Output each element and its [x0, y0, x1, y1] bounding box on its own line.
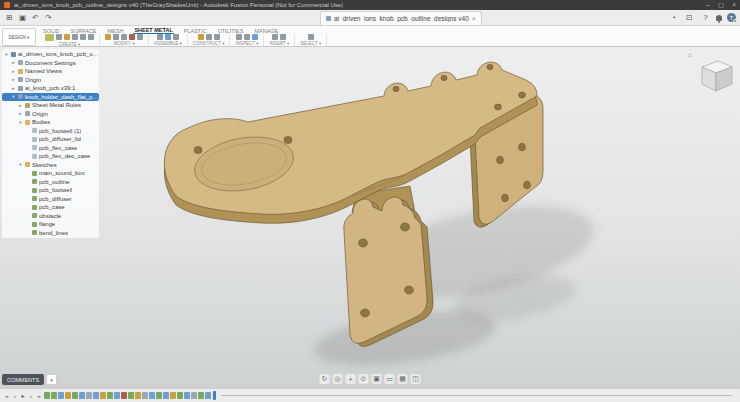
- tree-caret-icon[interactable]: ▸: [18, 111, 23, 116]
- sketch-feature[interactable]: [177, 392, 183, 399]
- extrude-feature[interactable]: [149, 392, 155, 399]
- tree-item[interactable]: pcb_footwell: [2, 186, 99, 195]
- tree-item[interactable]: pcb_diffuser_lid: [2, 135, 99, 144]
- hole-feature[interactable]: [163, 392, 169, 399]
- construction-axis-icon[interactable]: [206, 34, 212, 40]
- view-cube-graphic[interactable]: [688, 51, 736, 103]
- tree-item[interactable]: pcb_case: [2, 203, 99, 212]
- tree-item[interactable]: ▸ Named Views: [2, 67, 99, 76]
- undo-icon[interactable]: ↶: [30, 12, 41, 23]
- tree-item[interactable]: ▸ Sheet Metal Rules: [2, 101, 99, 110]
- tree-item[interactable]: ▾ knob_holder_dash_flat_pcb v40:1: [2, 93, 99, 102]
- skip-to-start-icon[interactable]: «: [3, 393, 11, 399]
- sketch-feature[interactable]: [128, 392, 134, 399]
- toolbar-group-label[interactable]: CONSTRUCT ▾: [193, 41, 225, 46]
- interference-icon[interactable]: [244, 34, 250, 40]
- toolbar-group-label[interactable]: ASSEMBLE ▾: [154, 41, 182, 46]
- display-settings-icon[interactable]: ▭: [385, 374, 395, 384]
- sketch-feature[interactable]: [44, 392, 50, 399]
- sketch-feature[interactable]: [51, 392, 57, 399]
- tree-caret-icon[interactable]: ▾: [18, 162, 23, 167]
- tree-item[interactable]: ▸ Origin: [2, 76, 99, 85]
- step-forward-icon[interactable]: ›: [27, 393, 35, 399]
- extrude-feature[interactable]: [58, 392, 64, 399]
- flange-feature[interactable]: [135, 392, 141, 399]
- section-analysis-icon[interactable]: [252, 34, 258, 40]
- new-component-icon[interactable]: [157, 34, 163, 40]
- timeline-track[interactable]: [221, 395, 732, 396]
- tree-caret-icon[interactable]: ▸: [11, 86, 16, 91]
- tree-item[interactable]: pcb_footwell (1): [2, 127, 99, 136]
- skip-to-end-icon[interactable]: »: [35, 393, 43, 399]
- viewports-icon[interactable]: ◫: [411, 374, 421, 384]
- toolbar-tab-sheet-metal[interactable]: SHEET METAL: [133, 27, 173, 34]
- data-panel-toggle-icon[interactable]: ⊞: [4, 12, 15, 23]
- zoom-icon[interactable]: ⊙: [359, 374, 369, 384]
- tree-item[interactable]: pcb_outline: [2, 178, 99, 187]
- tree-caret-icon[interactable]: ▾: [4, 52, 9, 57]
- extensions-icon[interactable]: ⊡: [684, 12, 695, 23]
- close-button[interactable]: ×: [732, 1, 736, 9]
- tree-item[interactable]: flange: [2, 220, 99, 229]
- fillet-icon[interactable]: [113, 34, 119, 40]
- rigid-group-icon[interactable]: [173, 34, 179, 40]
- minimize-button[interactable]: –: [706, 1, 710, 9]
- tree-item[interactable]: ▸ ai_knob_pcb v39:1: [2, 84, 99, 93]
- pan-icon[interactable]: +: [346, 374, 356, 384]
- combine-icon[interactable]: [129, 34, 135, 40]
- press-pull-icon[interactable]: [105, 34, 111, 40]
- change-parameters-icon[interactable]: [137, 34, 143, 40]
- hole-feature[interactable]: [93, 392, 99, 399]
- tree-item[interactable]: ▸ Document Settings: [2, 59, 99, 68]
- joint-icon[interactable]: [165, 34, 171, 40]
- hole-feature[interactable]: [205, 392, 211, 399]
- sketch-feature[interactable]: [156, 392, 162, 399]
- combine-feature[interactable]: [121, 392, 127, 399]
- decal-icon[interactable]: [280, 34, 286, 40]
- flange-feature[interactable]: [100, 392, 106, 399]
- insert-derive-icon[interactable]: [272, 34, 278, 40]
- grid-settings-icon[interactable]: ▦: [398, 374, 408, 384]
- sketch-feature[interactable]: [198, 392, 204, 399]
- sketch-feature[interactable]: [72, 392, 78, 399]
- construction-point-icon[interactable]: [214, 34, 220, 40]
- tree-item[interactable]: obstacle: [2, 212, 99, 221]
- create-sketch-icon[interactable]: [56, 34, 62, 40]
- tree-caret-icon[interactable]: ▸: [11, 69, 16, 74]
- help-icon[interactable]: ?: [700, 12, 711, 23]
- fillet-feature[interactable]: [191, 392, 197, 399]
- notifications-bell-icon[interactable]: [716, 15, 722, 21]
- select-icon[interactable]: [308, 34, 314, 40]
- tree-item[interactable]: ▸ Origin: [2, 110, 99, 119]
- unfold-icon[interactable]: [72, 34, 78, 40]
- extrude-feature[interactable]: [184, 392, 190, 399]
- tree-item[interactable]: ▾ ai_driven_ions_knob_pcb_outline_de...: [2, 50, 99, 59]
- shell-icon[interactable]: [121, 34, 127, 40]
- workspace-selector[interactable]: DESIGN ▾: [2, 28, 36, 46]
- tree-item[interactable]: main_sound_box: [2, 169, 99, 178]
- toolbar-group-label[interactable]: CREATE ▾: [59, 42, 80, 47]
- toolbar-group-label[interactable]: INSERT ▾: [269, 41, 289, 46]
- tree-item[interactable]: pcb_diffuser: [2, 195, 99, 204]
- job-status-icon[interactable]: ◔: [668, 12, 679, 23]
- save-icon[interactable]: ▣: [17, 12, 28, 23]
- view-cube[interactable]: ⌂: [688, 51, 736, 103]
- comments-expand-button[interactable]: ▾: [46, 374, 57, 385]
- orbit-icon[interactable]: ↻: [320, 374, 330, 384]
- flange-feature[interactable]: [170, 392, 176, 399]
- redo-icon[interactable]: ↷: [43, 12, 54, 23]
- tree-item[interactable]: bend_lines: [2, 229, 99, 238]
- play-icon[interactable]: ▸: [19, 392, 27, 399]
- tree-caret-icon[interactable]: ▾: [18, 120, 23, 125]
- maximize-button[interactable]: ▢: [718, 1, 724, 9]
- toolbar-group-label[interactable]: INSPECT ▾: [235, 41, 258, 46]
- fit-icon[interactable]: ▣: [372, 374, 382, 384]
- tree-item[interactable]: ▾ Sketches: [2, 161, 99, 170]
- tree-caret-icon[interactable]: ▸: [11, 77, 16, 82]
- construction-plane-icon[interactable]: [198, 34, 204, 40]
- flange-icon[interactable]: [45, 34, 54, 41]
- tree-item[interactable]: ▾ Bodies: [2, 118, 99, 127]
- home-view-icon[interactable]: ⌂: [688, 51, 692, 58]
- tree-item[interactable]: pcb_flex_dec_case: [2, 152, 99, 161]
- toolbar-group-label[interactable]: MODIFY ▾: [114, 41, 135, 46]
